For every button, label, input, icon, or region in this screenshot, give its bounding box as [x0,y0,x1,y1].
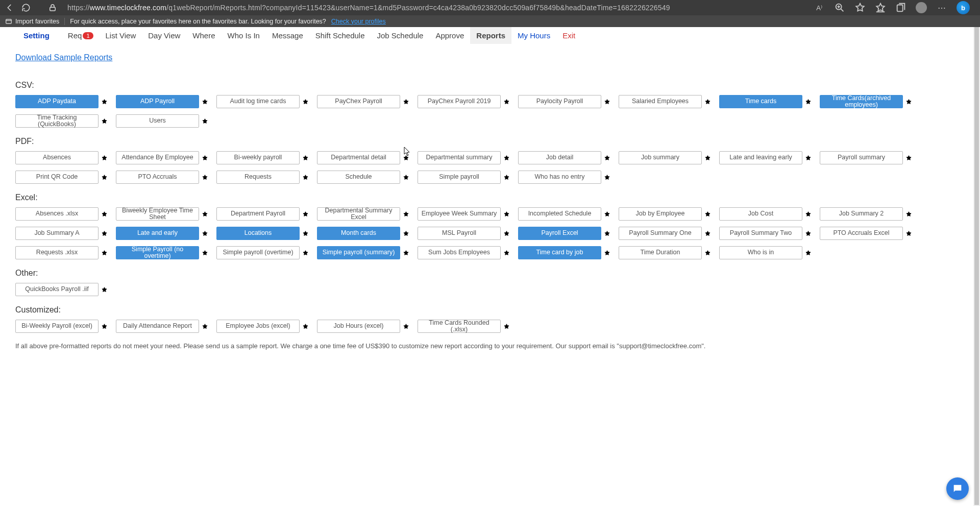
favorite-star-icon[interactable] [101,230,108,237]
pdf-attendance-by-employee-button[interactable]: Attendance By Employee [116,151,199,164]
read-aloud-icon[interactable]: A⁾ [814,2,825,13]
tab-list-view[interactable]: List View [100,27,142,44]
favorite-star-icon[interactable] [101,174,108,181]
favorite-star-icon[interactable] [201,117,208,125]
csv-time-tracking-quickbooks-button[interactable]: Time Tracking (QuickBooks) [15,114,99,128]
csv-paylocity-payroll-button[interactable]: Paylocity Payroll [518,95,601,108]
favorite-star-icon[interactable] [704,154,711,161]
profile-avatar-icon[interactable] [916,2,927,13]
favorite-star-icon[interactable] [503,174,510,181]
excel-time-duration-button[interactable]: Time Duration [619,246,702,259]
pdf-schedule-button[interactable]: Schedule [317,171,400,184]
tab-exit[interactable]: Exit [556,27,581,44]
excel-simple-payroll-overtime-button[interactable]: Simple payroll (overtime) [216,246,300,259]
favorite-star-icon[interactable] [201,174,208,181]
customized-bi-weekly-payroll-excel-button[interactable]: Bi-Weekly Payroll (excel) [15,320,99,333]
favorite-star-icon[interactable] [402,98,409,105]
pdf-requests-button[interactable]: Requests [216,171,300,184]
excel-time-card-by-job-button[interactable]: Time card by job [518,246,601,259]
favorite-star-icon[interactable] [101,117,108,125]
excel-job-cost-button[interactable]: Job Cost [719,207,802,221]
favorite-star-icon[interactable] [905,230,912,237]
excel-requests-xlsx-button[interactable]: Requests .xlsx [15,246,99,259]
excel-msl-payroll-button[interactable]: MSL Payroll [418,227,501,240]
favorite-star-icon[interactable] [603,98,610,105]
tab-approve[interactable]: Approve [429,27,470,44]
favorite-star-icon[interactable] [101,323,108,330]
favorite-star-icon[interactable] [603,249,610,256]
tab-setting[interactable]: Setting [3,27,62,44]
favorite-star-icon[interactable] [503,230,510,237]
favorite-star-icon[interactable] [302,154,309,161]
pdf-job-summary-button[interactable]: Job summary [619,151,702,164]
favorite-star-icon[interactable] [603,174,610,181]
favorite-star-icon[interactable] [302,174,309,181]
excel-payroll-summary-one-button[interactable]: Payroll Summary One [619,227,702,240]
excel-job-by-employee-button[interactable]: Job by Employee [619,207,702,221]
pdf-departmental-detail-button[interactable]: Departmental detail [317,151,400,164]
pdf-absences-button[interactable]: Absences [15,151,99,164]
favorite-star-icon[interactable] [905,210,912,218]
excel-who-is-in-button[interactable]: Who is in [719,246,802,259]
pdf-who-has-no-entry-button[interactable]: Who has no entry [518,171,601,184]
excel-simple-payroll-no-overtime-button[interactable]: Simple Payroll (no overtime) [116,246,199,259]
excel-job-summary-2-button[interactable]: Job Summary 2 [820,207,903,221]
favorite-star-icon[interactable] [302,249,309,256]
tab-where[interactable]: Where [186,27,221,44]
import-favorites-button[interactable]: Import favorites [5,18,59,25]
csv-users-button[interactable]: Users [116,114,199,128]
excel-late-and-early-button[interactable]: Late and early [116,227,199,240]
favorite-star-icon[interactable] [503,323,510,330]
excel-absences-xlsx-button[interactable]: Absences .xlsx [15,207,99,221]
tab-shift-schedule[interactable]: Shift Schedule [309,27,371,44]
tab-job-schedule[interactable]: Job Schedule [371,27,430,44]
csv-salaried-employees-button[interactable]: Salaried Employees [619,95,702,108]
csv-paychex-payroll-button[interactable]: PayChex Payroll [317,95,400,108]
tab-message[interactable]: Message [266,27,309,44]
pdf-job-detail-button[interactable]: Job detail [518,151,601,164]
favorite-star-icon[interactable] [101,210,108,218]
csv-audit-log-time-cards-button[interactable]: Audit log time cards [216,95,300,108]
favorite-star-icon[interactable] [704,249,711,256]
favorite-star-icon[interactable] [302,323,309,330]
favorite-star-icon[interactable] [804,230,812,237]
download-sample-reports-link[interactable]: Download Sample Reports [15,53,112,62]
scroll-thumb[interactable] [974,27,979,505]
favorite-star-icon[interactable] [804,249,812,256]
favorite-star-icon[interactable] [704,210,711,218]
csv-time-cards-archived-employees-button[interactable]: Time Cards(archived employees) [820,95,903,108]
favorite-star-icon[interactable] [905,98,912,105]
tab-req[interactable]: Req1 [62,27,100,44]
favorite-star-icon[interactable] [402,174,409,181]
address-bar[interactable]: https://www.timeclockfree.com/q1webRepor… [67,4,670,12]
bing-icon[interactable]: b [957,1,970,14]
favorite-star-icon[interactable] [503,154,510,161]
excel-incompleted-schedule-button[interactable]: Incompleted Schedule [518,207,601,221]
excel-job-summary-a-button[interactable]: Job Summary A [15,227,99,240]
csv-adp-paydata-button[interactable]: ADP Paydata [15,95,99,108]
customized-time-cards-rounded-xlsx-button[interactable]: Time Cards Rounded (.xlsx) [418,320,501,333]
tab-day-view[interactable]: Day View [142,27,186,44]
excel-month-cards-button[interactable]: Month cards [317,227,400,240]
csv-paychex-payroll-2019-button[interactable]: PayChex Payroll 2019 [418,95,501,108]
favorite-star-icon[interactable] [503,210,510,218]
csv-time-cards-button[interactable]: Time cards [719,95,802,108]
favorite-star-icon[interactable] [302,98,309,105]
favorite-star-icon[interactable] [503,249,510,256]
pdf-late-and-leaving-early-button[interactable]: Late and leaving early [719,151,802,164]
tab-my-hours[interactable]: My Hours [511,27,556,44]
excel-payroll-excel-button[interactable]: Payroll Excel [518,227,601,240]
favorite-star-icon[interactable] [201,210,208,218]
excel-employee-week-summary-button[interactable]: Employee Week Summary [418,207,501,221]
favorite-star-icon[interactable] [603,230,610,237]
back-icon[interactable] [5,3,14,12]
pdf-simple-payroll-button[interactable]: Simple payroll [418,171,501,184]
more-icon[interactable]: ⋯ [936,2,947,13]
favorite-star-icon[interactable] [704,230,711,237]
favorite-star-icon[interactable] [503,98,510,105]
customized-job-hours-excel-button[interactable]: Job Hours (excel) [317,320,400,333]
favorite-star-icon[interactable] [402,210,409,218]
collections-icon[interactable] [895,2,906,13]
tab-reports[interactable]: Reports [470,27,511,44]
lock-icon[interactable] [48,3,57,12]
